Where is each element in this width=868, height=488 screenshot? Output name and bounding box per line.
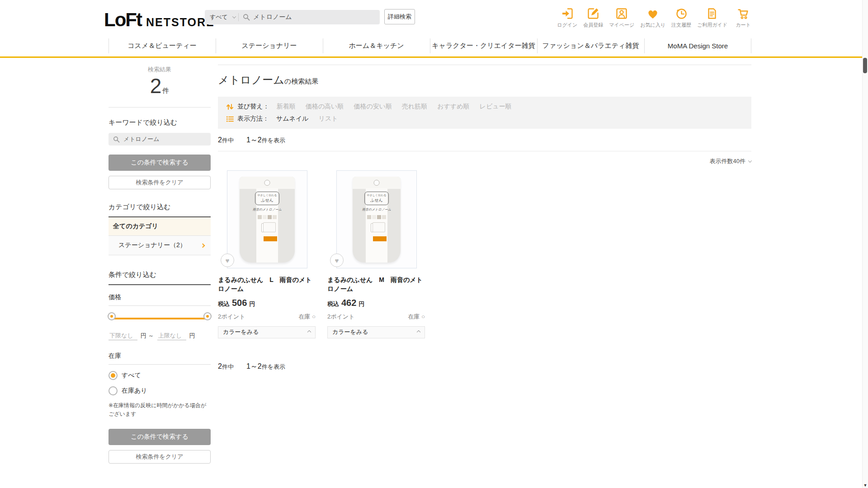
cart-link[interactable]: カート (733, 7, 753, 28)
scrollbar-down-arrow[interactable]: ▼ (863, 483, 868, 488)
category-stationery-label: ステーショナリー（2） (118, 241, 186, 249)
guide-document-icon (705, 7, 719, 20)
keyword-search-input[interactable] (123, 136, 206, 143)
price-slider-max-handle[interactable] (204, 313, 211, 319)
sort-option-price-low[interactable]: 価格の安い順 (354, 103, 392, 111)
wishlist-heart-button[interactable]: ♥ (221, 253, 234, 267)
product-package-art: やさしく伝わる ふせん 雨音のメトロノーム (353, 177, 401, 263)
condition-filter-heading: 条件で絞り込む (108, 271, 211, 285)
scrollbar-thumb[interactable] (863, 58, 867, 73)
sort-option-newest[interactable]: 新着順 (277, 103, 296, 111)
product-image-2[interactable]: やさしく伝わる ふせん 雨音のメトロノーム (336, 170, 417, 268)
order-history-link[interactable]: 注文履歴 (671, 7, 691, 28)
price-filter-label: 価格 (108, 293, 211, 306)
nav-cosme-beauty[interactable]: コスメ＆ビューティー (108, 35, 216, 56)
price-range-slider (108, 313, 211, 324)
package-hang-hole (264, 180, 270, 186)
login-icon (561, 7, 574, 20)
product-package-art: やさしく伝わる ふせん 雨音のメトロノーム (240, 177, 295, 263)
register-link[interactable]: 会員登録 (583, 7, 603, 28)
color-toggle-button[interactable]: カラーをみる (218, 326, 316, 338)
view-row: 表示方法： サムネイル リスト (226, 115, 743, 123)
product-meta-row: 2ポイント 在庫 ○ (218, 313, 316, 321)
order-history-icon (675, 7, 688, 20)
header-search-bar: すべて (205, 10, 380, 24)
product-name[interactable]: まるみのふせん M 雨音のメトロノーム (327, 275, 425, 294)
nav-home-kitchen[interactable]: ホーム＆キッチン (323, 35, 430, 56)
nav-fashion-variety[interactable]: ファッション＆バラエティ雑貨 (537, 35, 644, 56)
detail-search-button[interactable]: 詳細検索 (384, 9, 415, 24)
stock-note: ※在庫情報の反映に時間がかかる場合がございます (108, 401, 211, 418)
stock-filter-label: 在庫 (108, 352, 211, 365)
product-card-1: やさしく伝わる ふせん 雨音のメトロノーム (218, 170, 316, 338)
clear-filter-button-top[interactable]: 検索条件をクリア (108, 176, 211, 189)
radio-unchecked-icon[interactable] (108, 386, 118, 395)
stock-option-all-label: すべて (122, 371, 141, 380)
nav-stationery[interactable]: ステーショナリー (216, 35, 323, 56)
cart-icon (736, 7, 750, 20)
product-name[interactable]: まるみのふせん L 雨音のメトロノーム (218, 275, 316, 294)
register-label: 会員登録 (583, 22, 603, 28)
page-title: メトロノーム の検索結果 (218, 73, 751, 87)
favorites-link[interactable]: お気に入り (640, 7, 665, 28)
keyword-filter-heading: キーワードで絞り込む (108, 118, 211, 127)
wishlist-heart-button[interactable]: ♥ (330, 253, 344, 267)
chevron-up-icon (417, 330, 420, 334)
price-unit-from: 円 ～ (141, 332, 154, 340)
category-stationery-item[interactable]: ステーショナリー（2） (108, 236, 211, 255)
per-page-label: 表示件数40件 (710, 157, 745, 165)
chevron-down-icon (748, 159, 752, 162)
main-top-divider (218, 65, 751, 65)
result-count-value: 2件 (108, 74, 211, 98)
color-toggle-button[interactable]: カラーをみる (327, 326, 425, 338)
result-count-row-bottom: 2 件中 1～2 件を表示 (218, 362, 751, 371)
sort-option-price-high[interactable]: 価格の高い順 (306, 103, 344, 111)
search-icon (243, 14, 250, 21)
package-color-swatches (367, 215, 386, 219)
guide-link[interactable]: ご利用ガイド (697, 7, 727, 28)
apply-filter-button-bottom[interactable]: この条件で検索する (108, 429, 211, 445)
per-page-select[interactable]: 表示件数40件 (218, 157, 751, 165)
sort-option-recommended[interactable]: おすすめ順 (437, 103, 469, 111)
sort-label: 並び替え： (237, 103, 269, 111)
price-max-input[interactable] (157, 331, 186, 340)
result-count-label: 検索結果 (108, 66, 211, 74)
clear-filter-button-bottom[interactable]: 検索条件をクリア (108, 450, 211, 464)
package-color-swatches (258, 215, 277, 219)
product-stock-status: 在庫 ○ (408, 313, 425, 321)
view-option-list[interactable]: リスト (319, 115, 338, 123)
radio-checked-icon[interactable] (108, 371, 118, 380)
product-image-1[interactable]: やさしく伝わる ふせん 雨音のメトロノーム (227, 170, 307, 268)
search-input[interactable] (253, 14, 380, 21)
sort-option-review[interactable]: レビュー順 (480, 103, 512, 111)
scrollbar[interactable]: ▼ (862, 0, 868, 488)
price-slider-min-handle[interactable] (108, 313, 115, 319)
results-divider (218, 151, 751, 151)
category-all-item[interactable]: 全てのカテゴリ (108, 217, 211, 236)
login-link[interactable]: ログイン (557, 7, 577, 28)
search-category-select[interactable]: すべて (205, 13, 236, 21)
price-slider-track (109, 318, 210, 319)
mypage-link[interactable]: マイページ (609, 7, 634, 28)
loft-logo[interactable]: LoFt NETSTORE (104, 9, 215, 31)
product-points: 2ポイント (327, 313, 354, 321)
search-divider (238, 13, 239, 21)
sort-option-bestseller[interactable]: 売れ筋順 (402, 103, 427, 111)
package-booklet-art (371, 223, 382, 232)
page: LoFt NETSTORE すべて 詳細検索 ログイン (0, 0, 868, 488)
apply-filter-button-top[interactable]: この条件で検索する (108, 155, 211, 171)
header-quick-links: ログイン 会員登録 マイページ (557, 7, 753, 28)
nav-moma-design-store[interactable]: MoMA Design Store (644, 35, 751, 56)
nav-character-goods[interactable]: キャラクター・クリエイター雑貨 (430, 35, 537, 56)
package-booklet-art (261, 223, 273, 232)
main-nav: コスメ＆ビューティー ステーショナリー ホーム＆キッチン キャラクター・クリエイ… (108, 35, 751, 56)
view-label: 表示方法： (237, 115, 269, 123)
logo-netstore-text: NETSTORE (146, 16, 215, 29)
stock-option-instock[interactable]: 在庫あり (108, 386, 211, 395)
page-title-suffix: の検索結果 (284, 77, 318, 86)
price-min-input[interactable] (108, 331, 137, 340)
stock-option-all[interactable]: すべて (108, 371, 211, 380)
view-option-thumbnail[interactable]: サムネイル (276, 115, 309, 123)
package-brand-badge (264, 236, 277, 241)
mypage-icon (615, 7, 628, 20)
